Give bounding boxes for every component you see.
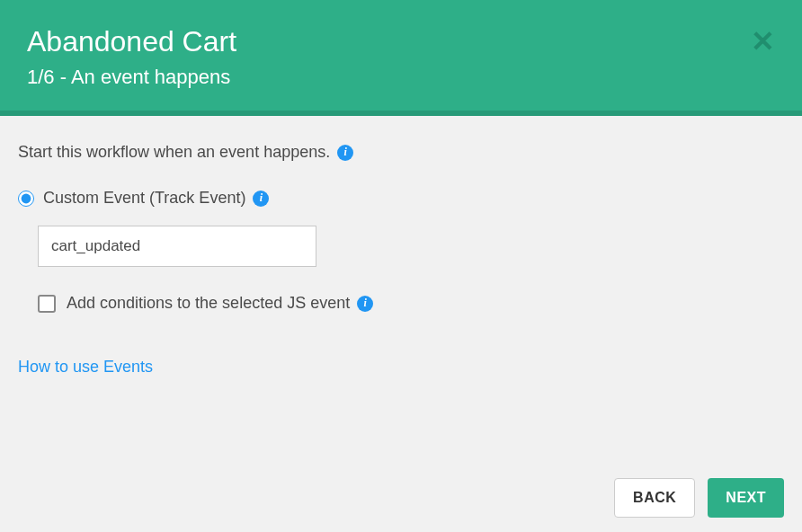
info-icon[interactable]: i [337,145,353,161]
event-name-input[interactable] [38,226,316,267]
dialog-title: Abandoned Cart [27,25,775,58]
custom-event-label-wrap: Custom Event (Track Event) i [43,189,269,208]
close-icon[interactable]: ✕ [751,27,775,56]
add-conditions-label: Add conditions to the selected JS event [67,294,350,313]
intro-text: Start this workflow when an event happen… [18,143,330,162]
info-icon[interactable]: i [357,296,373,312]
add-conditions-row: Add conditions to the selected JS event … [38,294,784,313]
back-button[interactable]: BACK [614,478,695,518]
info-icon[interactable]: i [253,191,269,207]
step-indicator: 1/6 - An event happens [27,66,775,89]
add-conditions-checkbox[interactable] [38,295,56,313]
intro-text-row: Start this workflow when an event happen… [18,143,784,162]
custom-event-label: Custom Event (Track Event) [43,189,245,208]
custom-event-radio[interactable] [18,191,34,207]
custom-event-radio-row: Custom Event (Track Event) i [18,189,784,208]
dialog-content: Start this workflow when an event happen… [0,116,802,395]
next-button[interactable]: NEXT [708,478,784,518]
dialog-footer: BACK NEXT [614,478,784,518]
dialog-header: Abandoned Cart 1/6 - An event happens ✕ [0,0,802,116]
add-conditions-label-wrap: Add conditions to the selected JS event … [67,294,373,313]
help-link[interactable]: How to use Events [18,358,153,376]
